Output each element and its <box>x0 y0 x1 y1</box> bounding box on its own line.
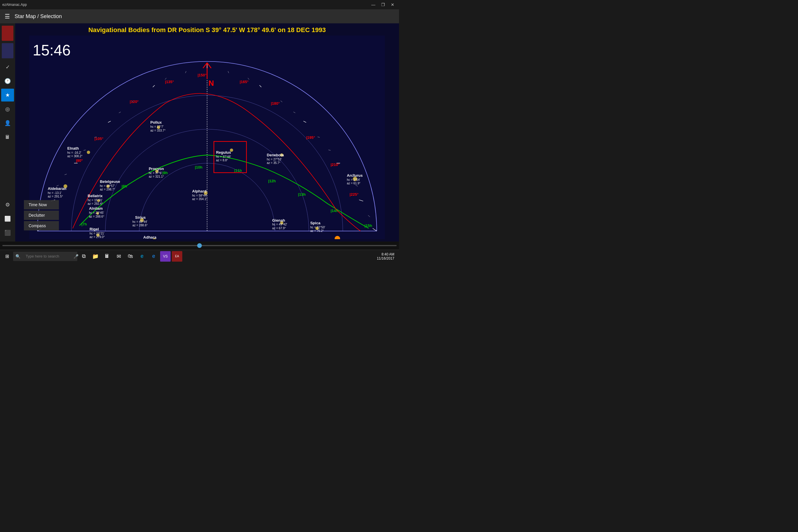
svg-text:|195°: |195° <box>306 135 315 140</box>
svg-text:|12h: |12h <box>268 179 276 183</box>
title-bar: ezAlmanac.App — ❐ ✕ <box>0 0 399 10</box>
svg-text:az = 67.9°: az = 67.9° <box>272 227 286 230</box>
sidebar-item-person[interactable]: 👤 <box>1 117 14 130</box>
hamburger-menu[interactable]: ☰ <box>5 13 10 20</box>
file-explorer-button[interactable]: 📁 <box>90 251 101 262</box>
svg-text:Betelgeuse: Betelgeuse <box>100 179 120 184</box>
svg-text:|210°: |210° <box>330 163 340 167</box>
app-bar: ☰ Star Map / Selection <box>0 10 399 23</box>
sidebar-item-settings[interactable]: ⚙ <box>1 198 14 211</box>
svg-text:az = 292.4°: az = 292.4° <box>88 202 103 205</box>
svg-text:hc = 37°6': hc = 37°6' <box>149 171 162 175</box>
svg-text:Aldebaran: Aldebaran <box>48 186 66 191</box>
sidebar-item-panel1[interactable]: ⬜ <box>1 212 14 225</box>
svg-text:az = 308.2°: az = 308.2° <box>68 155 82 158</box>
svg-text:|120°: |120° <box>130 99 139 104</box>
svg-text:|165°: |165° <box>240 80 249 84</box>
svg-text:hc = 45°44': hc = 45°44' <box>132 220 147 223</box>
svg-text:|11h: |11h <box>234 168 242 173</box>
svg-text:hc = -13.1': hc = -13.1' <box>48 191 62 194</box>
declutter-button[interactable]: Declutter <box>24 211 59 220</box>
window-controls: — ❐ ✕ <box>369 1 397 8</box>
task-view-button[interactable]: ⧉ <box>78 251 89 262</box>
svg-text:Rigel: Rigel <box>90 227 99 231</box>
start-button[interactable]: ⊞ <box>2 252 12 260</box>
calculator-taskbar-button[interactable]: 🖩 <box>102 251 112 262</box>
svg-text:Bellatrix: Bellatrix <box>88 194 103 198</box>
svg-text:|10h: |10h <box>195 165 203 169</box>
svg-text:Elnath: Elnath <box>68 146 79 151</box>
sidebar-item-clock[interactable]: 🕐 <box>1 75 14 88</box>
svg-text:az = 298.7°: az = 298.7° <box>100 188 115 191</box>
svg-text:Procyon: Procyon <box>149 167 164 171</box>
edge-button[interactable]: e <box>137 251 147 262</box>
svg-text:|180°: |180° <box>271 101 280 106</box>
svg-text:az = 76.2°: az = 76.2° <box>310 229 324 232</box>
svg-text:hc = 23°21': hc = 23°21' <box>90 232 104 235</box>
sidebar: ✓ 🕐 ★ ◎ 👤 🖩 ⚙ ⬜ ⬛ <box>0 23 15 242</box>
svg-text:hc = 32°50': hc = 32°50' <box>310 226 325 229</box>
svg-text:az = 354.1°: az = 354.1° <box>192 197 207 201</box>
search-icon: 🔍 <box>16 254 20 259</box>
svg-text:|135°: |135° <box>165 80 174 84</box>
time-display: 15:46 <box>33 41 71 59</box>
svg-text:hc = 19°57': hc = 19°57' <box>100 184 115 188</box>
svg-text:hc = 49°42': hc = 49°42' <box>272 223 287 226</box>
svg-text:hc = -16.2': hc = -16.2' <box>68 151 81 154</box>
svg-text:|8h: |8h <box>121 184 127 188</box>
svg-text:Gienah: Gienah <box>272 218 285 223</box>
timeline-slider[interactable] <box>2 245 397 246</box>
app-taskbar[interactable]: EA <box>172 251 182 262</box>
sidebar-thumb-2[interactable] <box>2 43 14 58</box>
compass-button[interactable]: Compass <box>24 221 59 230</box>
app-name: ezAlmanac.App <box>2 3 27 7</box>
svg-text:hc = 22°45': hc = 22°45' <box>89 211 104 214</box>
taskbar-search-input[interactable] <box>22 252 72 261</box>
svg-text:Pollux: Pollux <box>150 120 162 125</box>
svg-text:az = 279.0°: az = 279.0° <box>90 235 105 239</box>
svg-text:Alphard: Alphard <box>192 189 207 193</box>
svg-text:|150°: |150° <box>197 73 207 77</box>
svg-text:Sirius: Sirius <box>135 215 146 220</box>
sidebar-thumb-1[interactable] <box>2 26 14 41</box>
mail-button[interactable]: ✉ <box>113 251 124 262</box>
microphone-icon: 🎤 <box>74 254 78 259</box>
svg-text:az = 321.1°: az = 321.1° <box>149 175 164 178</box>
star-map-svg: N <box>15 36 399 239</box>
svg-text:hc = 15°31': hc = 15°31' <box>88 198 103 202</box>
svg-text:|105°: |105° <box>95 136 103 141</box>
svg-text:N: N <box>209 79 214 88</box>
taskbar-time: 8:40 AM 11/16/2017 <box>377 252 397 261</box>
svg-point-60 <box>87 151 90 154</box>
maximize-button[interactable]: ❐ <box>379 1 387 8</box>
svg-text:|15h: |15h <box>365 223 372 228</box>
svg-text:Arcturus: Arcturus <box>347 173 363 178</box>
svg-text:az = 35.7°: az = 35.7° <box>267 161 280 165</box>
svg-text:|13h: |13h <box>298 192 306 196</box>
timeline-bar <box>0 242 399 250</box>
time-now-button[interactable]: Time Now <box>24 200 59 209</box>
star-map-area[interactable]: 15:46 <box>15 36 399 239</box>
minimize-button[interactable]: — <box>369 1 378 8</box>
svg-text:hc = 17°7': hc = 17°7' <box>150 125 164 128</box>
main-layout: ✓ 🕐 ★ ◎ 👤 🖩 ⚙ ⬜ ⬛ Navigational Bodies fr… <box>0 23 399 242</box>
svg-text:|9h: |9h <box>162 171 168 175</box>
svg-text:hc = 37°48': hc = 37°48' <box>216 155 231 158</box>
svg-text:hc = 27°53': hc = 27°53' <box>267 158 282 161</box>
clock-date: 11/16/2017 <box>377 256 394 261</box>
vs-button[interactable]: VS <box>160 251 171 262</box>
sidebar-item-panel2[interactable]: ⬛ <box>1 226 14 239</box>
svg-text:Regulus: Regulus <box>216 150 231 155</box>
svg-text:az = 288.6°: az = 288.6° <box>132 224 148 227</box>
store-button[interactable]: 🛍 <box>125 251 136 262</box>
svg-text:Denebola: Denebola <box>267 153 284 157</box>
sidebar-item-check[interactable]: ✓ <box>1 61 14 74</box>
sidebar-item-calculator[interactable]: 🖩 <box>1 131 14 144</box>
app-bar-title: Star Map / Selection <box>15 14 62 20</box>
svg-text:|7h: |7h <box>81 222 87 226</box>
sidebar-item-star[interactable]: ★ <box>1 89 14 101</box>
taskbar: ⊞ 🔍 🎤 ⧉ 📁 🖩 ✉ 🛍 e e VS EA 8:40 AM 11/16/… <box>0 250 399 263</box>
ie-button[interactable]: e <box>149 251 159 262</box>
sidebar-item-target[interactable]: ◎ <box>1 103 14 115</box>
close-button[interactable]: ✕ <box>388 1 397 8</box>
